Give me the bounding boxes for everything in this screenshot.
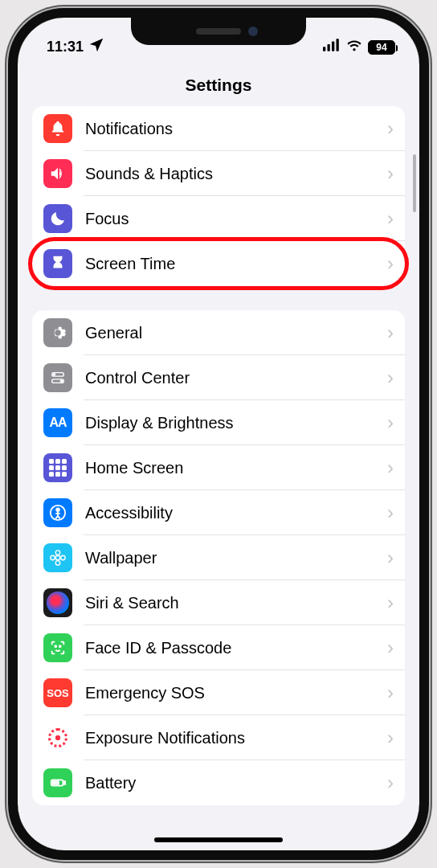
row-label: Focus	[85, 210, 387, 228]
grid-icon	[43, 453, 72, 482]
svg-point-9	[56, 509, 59, 512]
settings-row-siri-search[interactable]: Siri & Search›	[32, 580, 405, 625]
chevron-right-icon: ›	[387, 548, 394, 567]
row-label: Face ID & Passcode	[85, 639, 387, 657]
svg-point-14	[61, 555, 66, 560]
settings-row-general[interactable]: General›	[32, 310, 405, 355]
svg-rect-1	[328, 44, 330, 51]
svg-rect-19	[53, 781, 59, 784]
page-title: Settings	[18, 59, 419, 106]
row-label: Accessibility	[85, 504, 387, 522]
settings-row-battery[interactable]: Battery›	[32, 760, 405, 805]
svg-rect-2	[332, 42, 334, 51]
svg-point-7	[60, 379, 63, 383]
phone-frame: 11:31 94	[8, 8, 429, 860]
row-label: Siri & Search	[85, 594, 387, 612]
chevron-right-icon: ›	[387, 254, 394, 273]
settings-row-exposure-notifications[interactable]: Exposure Notifications›	[32, 715, 405, 760]
wifi-icon	[345, 36, 363, 58]
chevron-right-icon: ›	[387, 368, 394, 387]
chevron-right-icon: ›	[387, 413, 394, 432]
row-label: General	[85, 324, 387, 342]
sos-icon: SOS	[43, 678, 72, 707]
flower-icon	[43, 543, 72, 572]
settings-row-wallpaper[interactable]: Wallpaper›	[32, 535, 405, 580]
bell-icon	[43, 114, 72, 143]
chevron-right-icon: ›	[387, 119, 394, 138]
svg-rect-18	[63, 781, 65, 784]
row-label: Display & Brightness	[85, 414, 387, 432]
svg-rect-0	[323, 47, 325, 51]
settings-row-focus[interactable]: Focus›	[32, 196, 405, 241]
svg-point-15	[55, 645, 56, 647]
row-label: Sounds & Haptics	[85, 165, 387, 183]
row-label: Control Center	[85, 369, 387, 387]
svg-point-5	[53, 373, 56, 376]
row-label: Exposure Notifications	[85, 729, 387, 747]
settings-row-control-center[interactable]: Control Center›	[32, 355, 405, 400]
chevron-right-icon: ›	[387, 323, 394, 342]
svg-point-16	[59, 645, 61, 647]
home-indicator[interactable]	[154, 837, 283, 842]
chevron-right-icon: ›	[387, 773, 394, 792]
face-icon	[43, 633, 72, 662]
location-icon	[88, 36, 105, 58]
row-label: Notifications	[85, 120, 387, 138]
battery-indicator: 94	[368, 40, 395, 55]
siri-icon	[43, 588, 72, 617]
battery-percent: 94	[376, 42, 386, 53]
chevron-right-icon: ›	[387, 458, 394, 477]
row-label: Battery	[85, 774, 387, 792]
scroll-indicator	[413, 154, 416, 212]
svg-point-12	[55, 561, 60, 566]
hourglass-icon	[43, 249, 72, 278]
front-camera	[248, 27, 258, 36]
person-icon	[43, 498, 72, 527]
settings-group: Notifications›Sounds & Haptics›Focus›Scr…	[32, 106, 405, 286]
chevron-right-icon: ›	[387, 164, 394, 183]
chevron-right-icon: ›	[387, 503, 394, 522]
settings-list[interactable]: Notifications›Sounds & Haptics›Focus›Scr…	[18, 106, 419, 850]
exposure-icon	[43, 723, 72, 752]
notch	[131, 18, 306, 45]
chevron-right-icon: ›	[387, 209, 394, 228]
chevron-right-icon: ›	[387, 728, 394, 747]
aa-icon: AA	[43, 408, 72, 437]
settings-row-home-screen[interactable]: Home Screen›	[32, 445, 405, 490]
switches-icon	[43, 363, 72, 392]
moon-icon	[43, 204, 72, 233]
svg-point-10	[55, 555, 60, 560]
status-time: 11:31	[47, 39, 84, 55]
chevron-right-icon: ›	[387, 683, 394, 702]
settings-row-notifications[interactable]: Notifications›	[32, 106, 405, 151]
svg-rect-3	[337, 39, 339, 51]
speaker-icon	[43, 159, 72, 188]
row-label: Home Screen	[85, 459, 387, 477]
row-label: Screen Time	[85, 255, 387, 273]
battery-icon	[43, 768, 72, 797]
cellular-icon	[323, 36, 341, 58]
settings-row-emergency-sos[interactable]: SOSEmergency SOS›	[32, 670, 405, 715]
settings-group: General›Control Center›AADisplay & Brigh…	[32, 310, 405, 805]
settings-row-sounds-haptics[interactable]: Sounds & Haptics›	[32, 151, 405, 196]
settings-row-accessibility[interactable]: Accessibility›	[32, 490, 405, 535]
row-label: Wallpaper	[85, 549, 387, 567]
chevron-right-icon: ›	[387, 593, 394, 612]
settings-row-screen-time[interactable]: Screen Time›	[32, 241, 405, 286]
chevron-right-icon: ›	[387, 638, 394, 657]
row-label: Emergency SOS	[85, 684, 387, 702]
screen: 11:31 94	[18, 18, 419, 850]
svg-point-11	[55, 551, 60, 555]
speaker-grill	[196, 28, 241, 35]
gear-icon	[43, 318, 72, 347]
settings-row-display-brightness[interactable]: AADisplay & Brightness›	[32, 400, 405, 445]
settings-row-face-id-passcode[interactable]: Face ID & Passcode›	[32, 625, 405, 670]
svg-point-13	[51, 555, 55, 560]
